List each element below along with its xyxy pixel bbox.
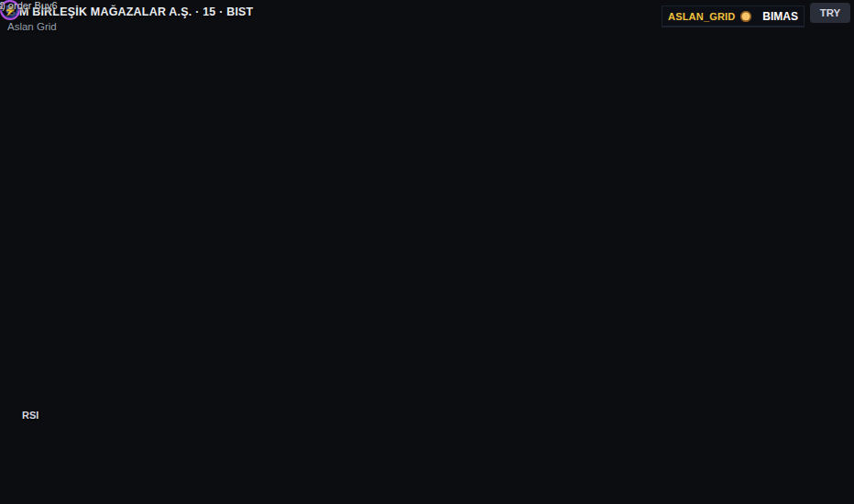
panel-header: ASLAN_GRID BIMAS [662, 6, 804, 27]
time-axis[interactable] [0, 478, 854, 504]
chart-root: BİM BİRLEŞİK MAĞAZALAR A.Ş. · 15 · BIST … [0, 0, 854, 504]
grid-indicator-panel: ASLAN_GRID BIMAS [662, 5, 805, 27]
panel-title: ASLAN_GRID [668, 11, 736, 22]
panel-symbol: BIMAS [762, 10, 798, 23]
chart-canvas[interactable] [0, 0, 854, 504]
currency-toggle-button[interactable]: TRY [810, 3, 850, 23]
price-axis[interactable] [806, 0, 854, 478]
rsi-pane-label: RSI [22, 410, 38, 421]
close-entry-annotation: Close entry(s) order Buy6 [0, 0, 58, 11]
lion-icon [740, 11, 751, 22]
indicator-name[interactable]: Aslan Grid [7, 21, 253, 32]
